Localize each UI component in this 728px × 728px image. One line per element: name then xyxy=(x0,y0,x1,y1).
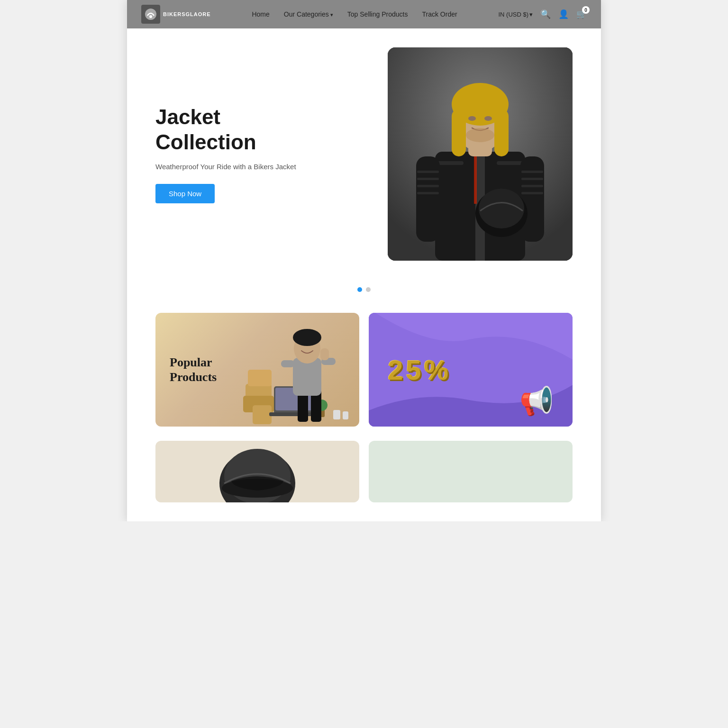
nav-track-order[interactable]: Track Order xyxy=(422,10,457,18)
carousel-dot-2[interactable] xyxy=(366,287,371,292)
svg-rect-43 xyxy=(320,348,329,360)
svg-rect-17 xyxy=(521,192,543,194)
hero-section: Jacket Collection Weatherproof Your Ride… xyxy=(127,28,601,280)
svg-point-27 xyxy=(479,189,524,228)
sale-percentage: 25% xyxy=(388,354,451,386)
svg-point-23 xyxy=(468,116,476,121)
shop-now-button[interactable]: Shop Now xyxy=(155,184,215,203)
cart-count: 0 xyxy=(582,6,590,14)
svg-rect-12 xyxy=(417,185,439,187)
svg-rect-47 xyxy=(343,411,348,419)
nav-home[interactable]: Home xyxy=(252,10,269,18)
main-nav: Home Our Categories Top Selling Products… xyxy=(252,10,457,18)
svg-rect-14 xyxy=(521,171,543,173)
user-icon[interactable]: 👤 xyxy=(558,9,569,19)
partial-product-image xyxy=(186,441,328,502)
svg-rect-13 xyxy=(417,192,439,194)
svg-rect-9 xyxy=(520,156,544,242)
svg-rect-30 xyxy=(248,370,272,386)
logo-text: BIKERSGLAORE xyxy=(163,11,211,17)
svg-rect-21 xyxy=(452,109,466,156)
banner-left-text: Popular Products xyxy=(170,355,217,384)
nav-categories[interactable]: Our Categories xyxy=(284,10,333,18)
hero-subtitle: Weatherproof Your Ride with a Bikers Jac… xyxy=(155,163,321,171)
hero-image-bg xyxy=(388,47,573,261)
svg-point-25 xyxy=(466,128,494,142)
currency-selector[interactable]: IN (USD $) ▾ xyxy=(498,11,533,18)
nav-top-selling[interactable]: Top Selling Products xyxy=(347,10,408,18)
banner-title-line2: Products xyxy=(170,370,217,384)
partial-section xyxy=(127,441,601,521)
svg-rect-46 xyxy=(333,410,340,419)
banner-left-image xyxy=(241,313,359,427)
hero-title: Jacket Collection xyxy=(155,105,321,155)
chevron-down-icon: ▾ xyxy=(529,11,533,18)
svg-point-0 xyxy=(145,9,156,20)
svg-point-24 xyxy=(484,116,492,121)
logo-icon xyxy=(141,5,160,24)
cart-button[interactable]: 🛒 0 xyxy=(576,9,587,19)
svg-rect-22 xyxy=(494,109,509,156)
svg-rect-15 xyxy=(521,178,543,180)
svg-rect-32 xyxy=(253,405,272,424)
svg-rect-41 xyxy=(281,360,294,367)
site-header: BIKERSGLAORE Home Our Categories Top Sel… xyxy=(127,0,601,28)
hero-text: Jacket Collection Weatherproof Your Ride… xyxy=(155,105,321,203)
svg-rect-10 xyxy=(417,171,439,173)
logo-area[interactable]: BIKERSGLAORE xyxy=(141,5,211,24)
svg-point-45 xyxy=(293,329,321,346)
popular-products-banner[interactable]: Popular Products xyxy=(155,313,359,427)
svg-rect-8 xyxy=(416,156,440,242)
svg-rect-28 xyxy=(474,156,477,204)
search-icon[interactable]: 🔍 xyxy=(540,9,551,19)
partial-card-1[interactable] xyxy=(155,441,359,502)
banner-section: Popular Products xyxy=(127,303,601,441)
carousel-dot-1[interactable] xyxy=(357,287,362,292)
carousel-dots xyxy=(127,280,601,303)
header-actions: IN (USD $) ▾ 🔍 👤 🛒 0 xyxy=(498,9,587,19)
hero-image xyxy=(388,47,573,261)
svg-rect-11 xyxy=(417,178,439,180)
megaphone-icon: 📢 xyxy=(519,385,554,417)
sale-banner[interactable]: 25% 📢 xyxy=(369,313,573,427)
banner-title-line1: Popular xyxy=(170,355,217,370)
svg-point-1 xyxy=(149,15,152,18)
svg-rect-16 xyxy=(521,185,543,187)
sale-text-container: 25% xyxy=(388,354,451,386)
partial-card-2[interactable] xyxy=(369,441,573,502)
